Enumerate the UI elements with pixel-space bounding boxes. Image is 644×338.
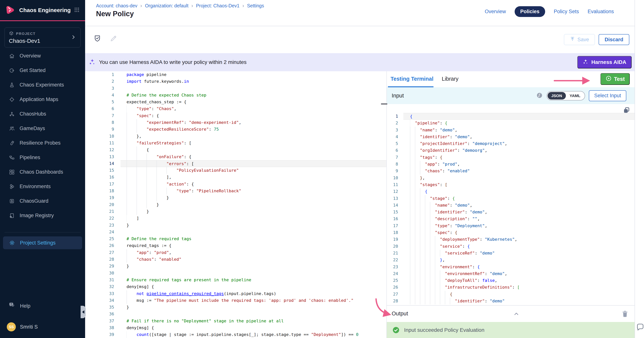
select-input-button[interactable]: Select Input	[589, 90, 626, 101]
code-line-20[interactable]: 20"service": {	[387, 243, 634, 250]
sidebar-collapse-handle[interactable]	[80, 306, 86, 318]
nav-policy-sets[interactable]: Policy Sets	[554, 9, 579, 15]
user-menu[interactable]: SS Smriti S	[0, 321, 85, 332]
code-line-7[interactable]: 7"tags": {	[387, 154, 634, 161]
code-line-24[interactable]: 24"environmentRef": "demo",	[387, 270, 634, 277]
tab-library[interactable]: Library	[442, 76, 458, 82]
code-line-25[interactable]: 25"deployToAll": false,	[387, 277, 634, 284]
sidebar-item-chaoshubs[interactable]: ChaosHubs	[0, 107, 85, 121]
code-line-8[interactable]: 8"experimentRef": "demo-experiment-id",	[85, 119, 386, 126]
sidebar-item-pipelines[interactable]: Pipelines	[0, 150, 85, 165]
code-line-10[interactable]: 10},	[387, 175, 634, 181]
code-line-16[interactable]: 16],	[85, 174, 386, 181]
code-line-11[interactable]: 11"stages": [	[387, 181, 634, 188]
code-line-17[interactable]: 17"action": {	[85, 181, 386, 188]
code-line-16[interactable]: 16"description": "",	[387, 215, 634, 222]
code-line-1[interactable]: 1package pipeline	[85, 71, 386, 78]
code-line-12[interactable]: 12{	[85, 146, 386, 153]
code-line-4[interactable]: 4# Define the expected Chaos step	[85, 92, 386, 99]
code-line-24[interactable]: 24	[85, 229, 386, 235]
discard-button[interactable]: Discard	[598, 34, 629, 45]
policy-code-editor[interactable]: 1package pipeline2import future.keywords…	[85, 71, 386, 338]
harness-logo[interactable]	[5, 5, 16, 16]
code-line-27[interactable]: 27"app": "prod",	[85, 249, 386, 256]
clear-output-trash-icon[interactable]	[621, 310, 629, 318]
code-line-26[interactable]: 26required_tags := {	[85, 242, 386, 249]
code-line-19[interactable]: 19}	[85, 194, 386, 201]
code-line-5[interactable]: 5"projectIdentifier": "demoproject",	[387, 140, 634, 147]
code-line-21[interactable]: 21"serviceRef": "demo"	[387, 250, 634, 256]
code-line-35[interactable]: 35}	[85, 304, 386, 311]
test-button[interactable]: Test	[600, 73, 630, 85]
split-handle[interactable]	[381, 104, 387, 104]
code-line-18[interactable]: 18"type": "PipelineRollback"	[85, 188, 386, 194]
sidebar-item-chaosguard[interactable]: ChaosGuard	[0, 194, 85, 208]
code-line-19[interactable]: 19"deploymentType": "Kubernetes",	[387, 236, 634, 243]
code-line-27[interactable]: 27{	[387, 291, 634, 298]
code-line-22[interactable]: 22},	[387, 256, 634, 263]
code-line-23[interactable]: 23"environment": {	[387, 263, 634, 270]
code-line-14[interactable]: 14"errors": [	[85, 160, 386, 167]
code-line-14[interactable]: 14"name": "demo",	[387, 202, 634, 209]
breadcrumb-item[interactable]: Settings	[247, 3, 264, 9]
code-line-23[interactable]: 23}	[85, 222, 386, 229]
code-line-28[interactable]: 28"identifier": "demo"	[387, 298, 634, 304]
code-line-29[interactable]: 29}	[85, 263, 386, 269]
code-line-12[interactable]: 12{	[387, 188, 634, 195]
copy-icon[interactable]	[622, 106, 630, 115]
code-line-9[interactable]: 9"expectedResilienceScore": 75	[85, 126, 386, 133]
code-line-18[interactable]: 18"spec": {	[387, 229, 634, 236]
code-line-15[interactable]: 15"identifier": "demo",	[387, 209, 634, 215]
code-line-38[interactable]: 38deny[msg] {	[85, 324, 386, 331]
sidebar-item-image-registry[interactable]: Image Registry	[0, 208, 85, 223]
code-line-6[interactable]: 6"type": "Chaos",	[85, 105, 386, 112]
code-line-28[interactable]: 28"chaos": "enabled"	[85, 256, 386, 263]
sidebar-item-overview[interactable]: Overview	[0, 49, 85, 63]
breadcrumb-item[interactable]: Organization: default	[145, 3, 188, 9]
code-line-8[interactable]: 8"app": "prod",	[387, 161, 634, 168]
code-line-31[interactable]: 31# Ensure required tags are present in …	[85, 276, 386, 283]
code-line-13[interactable]: 13"onFailure": {	[85, 153, 386, 160]
code-line-3[interactable]: 3"name": "demo",	[387, 127, 634, 133]
code-line-1[interactable]: 1{	[387, 113, 634, 120]
code-line-36[interactable]: 36	[85, 311, 386, 317]
code-line-22[interactable]: 22]	[85, 215, 386, 222]
code-line-2[interactable]: 2"pipeline": {	[387, 120, 634, 127]
code-line-15[interactable]: 15"PolicyEvaluationFailure"	[85, 167, 386, 174]
format-option-json[interactable]: JSON	[548, 92, 566, 100]
nav-evaluations[interactable]: Evaluations	[588, 9, 614, 15]
policy-validate-icon[interactable]	[94, 35, 101, 43]
input-json-editor[interactable]: 1{2"pipeline": {3"name": "demo",4"identi…	[387, 104, 634, 305]
sidebar-item-resilience-probes[interactable]: Resilience Probes	[0, 136, 85, 150]
sidebar-item-application-maps[interactable]: Application Maps	[0, 92, 85, 107]
feedback-chat-icon[interactable]	[636, 323, 644, 332]
sidebar-item-environments[interactable]: Environments	[0, 179, 85, 194]
sidebar-item-project-settings[interactable]: Project Settings	[3, 236, 82, 249]
nav-overview[interactable]: Overview	[485, 9, 506, 15]
code-line-17[interactable]: 17"type": "Deployment",	[387, 222, 634, 229]
code-line-26[interactable]: 26"infrastructureDefinitions": [	[387, 284, 634, 291]
breadcrumb-item[interactable]: Project: Chaos-Dev1	[196, 3, 240, 9]
code-line-32[interactable]: 32deny[msg] {	[85, 283, 386, 290]
project-selector[interactable]: PROJECT Chaos-Dev1	[4, 28, 80, 48]
code-line-2[interactable]: 2import future.keywords.in	[85, 78, 386, 85]
sidebar-item-get-started[interactable]: Get Started	[0, 63, 85, 78]
save-button[interactable]: Save	[564, 34, 595, 45]
sidebar-item-chaos-dashboards[interactable]: Chaos Dashboards	[0, 165, 85, 179]
code-line-11[interactable]: 11"failureStrategies": [	[85, 140, 386, 146]
sidebar-item-gamedays[interactable]: GameDays	[0, 121, 85, 136]
module-grid-icon[interactable]	[74, 7, 80, 14]
format-option-yaml[interactable]: YAML	[566, 92, 584, 100]
code-line-25[interactable]: 25# Define the required tags	[85, 235, 386, 242]
harness-aida-button[interactable]: Harness AIDA	[577, 56, 632, 69]
code-line-10[interactable]: 10},	[85, 133, 386, 140]
breadcrumb-item[interactable]: Account: chaos-dev	[96, 3, 138, 9]
code-line-7[interactable]: 7"spec": {	[85, 112, 386, 119]
code-line-34[interactable]: 34msg := "The pipeline must include the …	[85, 297, 386, 304]
code-line-13[interactable]: 13"stage": {	[387, 195, 634, 202]
code-line-20[interactable]: 20}	[85, 201, 386, 208]
code-line-33[interactable]: 33not pipeline_contains_required_tags(in…	[85, 290, 386, 297]
code-line-5[interactable]: 5expected_chaos_step := {	[85, 99, 386, 105]
prettify-icon[interactable]	[536, 92, 543, 100]
code-line-3[interactable]: 3	[85, 85, 386, 92]
